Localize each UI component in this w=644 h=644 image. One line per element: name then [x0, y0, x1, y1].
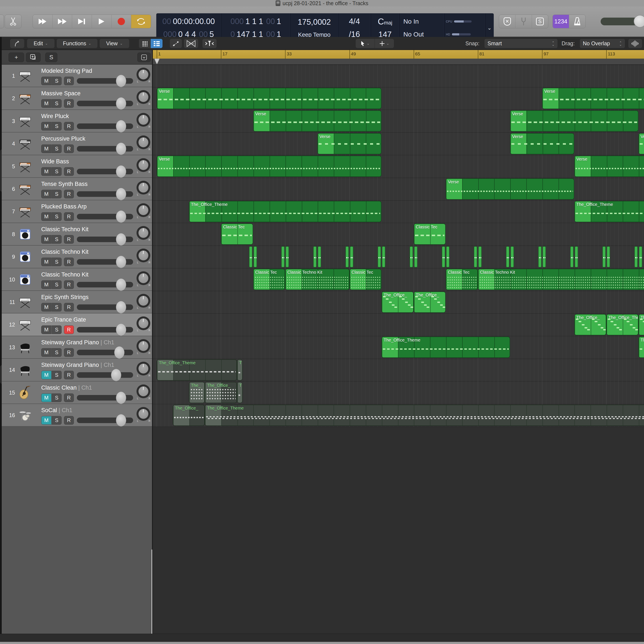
- cycle-button[interactable]: [131, 15, 151, 28]
- solo-button[interactable]: S: [52, 371, 62, 379]
- volume-thumb[interactable]: [116, 278, 126, 291]
- drum-hit-region[interactable]: [286, 246, 289, 267]
- track-lane-14[interactable]: The_Office_ThemeT: [153, 359, 644, 381]
- track-header-11[interactable]: 11Epic Synth StringsMSRLR: [2, 291, 153, 313]
- track-lane-10[interactable]: Classic TecClassic Techno KitClassic Tec…: [153, 268, 644, 291]
- record-enable-button[interactable]: R: [64, 371, 74, 379]
- mute-button[interactable]: M: [41, 303, 52, 311]
- track-lane-9[interactable]: [153, 246, 644, 268]
- pan-knob[interactable]: [137, 339, 150, 353]
- drag-select[interactable]: No Overlap ⌃⌄: [580, 39, 625, 48]
- volume-thumb[interactable]: [116, 97, 126, 110]
- solo-tracks-button[interactable]: S: [45, 53, 57, 62]
- fast-forward-button[interactable]: [53, 15, 72, 28]
- drum-hit-region[interactable]: [378, 246, 381, 267]
- volume-thumb[interactable]: [116, 188, 126, 200]
- drum-hit-region[interactable]: [313, 246, 317, 267]
- record-enable-button[interactable]: R: [64, 190, 74, 198]
- record-enable-button[interactable]: R: [64, 416, 74, 425]
- solo-button[interactable]: S: [52, 235, 62, 244]
- pan-knob[interactable]: [137, 113, 150, 127]
- solo-button[interactable]: S: [52, 190, 62, 198]
- duplicate-track-button[interactable]: [26, 53, 41, 62]
- mute-button[interactable]: M: [41, 122, 52, 131]
- scissors-button[interactable]: [5, 15, 21, 28]
- pan-knob[interactable]: [137, 249, 150, 262]
- drum-hit-region[interactable]: [446, 246, 450, 267]
- list-view-button[interactable]: [151, 39, 163, 48]
- record-enable-button[interactable]: R: [64, 99, 74, 108]
- drum-hit-region[interactable]: [474, 246, 477, 267]
- region-The_Office_[interactable]: The_Office_: [638, 314, 644, 335]
- volume-thumb[interactable]: [116, 233, 126, 246]
- pan-knob[interactable]: [137, 316, 150, 330]
- volume-thumb[interactable]: [116, 165, 126, 178]
- record-enable-button[interactable]: R: [64, 303, 74, 311]
- region-The_Office_[interactable]: The_Office_: [205, 382, 237, 403]
- drum-hit-region[interactable]: [542, 246, 546, 267]
- left-edge-button[interactable]: [0, 15, 4, 28]
- track-lane-5[interactable]: VerseVerse: [153, 155, 644, 178]
- track-lane-12[interactable]: The_Office_The_Office_ThemeThe_Office_: [153, 313, 644, 336]
- track-header-2[interactable]: 2Massive SpaceMSRLR: [2, 87, 153, 110]
- master-volume-thumb[interactable]: [634, 15, 644, 27]
- solo-button[interactable]: S: [52, 77, 62, 85]
- pan-knob[interactable]: [137, 203, 150, 217]
- region-Verse[interactable]: Verse: [317, 133, 381, 154]
- volume-thumb[interactable]: [116, 120, 126, 132]
- region-The_Office_[interactable]: The_Office_: [574, 314, 606, 335]
- mute-button[interactable]: M: [41, 393, 52, 402]
- region-The_[interactable]: The_: [189, 382, 205, 403]
- drum-hit-region[interactable]: [510, 246, 514, 267]
- record-enable-button[interactable]: R: [64, 280, 74, 289]
- solo-button[interactable]: S: [52, 393, 62, 402]
- empty-arrange-area[interactable]: [153, 427, 644, 634]
- catch-playhead-button[interactable]: [202, 39, 217, 48]
- region-Classic Tec[interactable]: Classic Tec: [414, 223, 446, 245]
- track-header-10[interactable]: 10Classic Techno KitMSRLR: [2, 268, 153, 291]
- track-header-7[interactable]: 7Plucked Bass ArpMSRLR: [2, 200, 153, 223]
- record-enable-button[interactable]: R: [64, 212, 74, 221]
- volume-thumb[interactable]: [116, 75, 126, 87]
- mute-button[interactable]: M: [41, 99, 52, 108]
- mute-button[interactable]: M: [41, 167, 52, 176]
- pan-knob[interactable]: [137, 226, 150, 240]
- solo-button[interactable]: S: [52, 416, 62, 425]
- pan-knob[interactable]: [137, 90, 150, 104]
- drum-hit-region[interactable]: [345, 246, 349, 267]
- region-T[interactable]: T: [237, 359, 243, 381]
- drum-hit-region[interactable]: [249, 246, 252, 267]
- region-The_Office_[interactable]: The_Office_: [414, 292, 446, 313]
- drum-hit-region[interactable]: [634, 246, 638, 267]
- region-Classic Tec[interactable]: Classic Tec: [253, 269, 285, 290]
- region-Classic Tec[interactable]: Classic Tec: [446, 269, 478, 290]
- region-The_Office_Theme[interactable]: The_Office_Theme: [157, 359, 237, 381]
- track-header-6[interactable]: 6Tense Synth BassMSRLR: [2, 178, 153, 200]
- volume-thumb[interactable]: [116, 143, 126, 155]
- pan-knob[interactable]: [137, 68, 150, 81]
- panel-divider[interactable]: [152, 50, 153, 634]
- track-lane-8[interactable]: Classic TecClassic Tec: [153, 223, 644, 246]
- pointer-tool-menu[interactable]: ⌄: [356, 39, 375, 48]
- solo-button[interactable]: S: [52, 144, 62, 153]
- track-header-14[interactable]: 14Steinway Grand Piano | Ch1MSRLR: [2, 359, 153, 381]
- pan-knob[interactable]: [137, 384, 150, 398]
- drum-hit-region[interactable]: [350, 246, 353, 267]
- track-lane-11[interactable]: The_Office_The_Office_: [153, 291, 644, 313]
- mute-button[interactable]: M: [41, 258, 52, 266]
- region-Verse[interactable]: Verse: [157, 156, 381, 177]
- volume-thumb[interactable]: [116, 301, 126, 313]
- go-to-end-button[interactable]: [72, 15, 92, 28]
- add-track-button[interactable]: +: [9, 53, 24, 62]
- mute-button[interactable]: M: [41, 348, 52, 357]
- record-enable-button[interactable]: R: [64, 235, 74, 244]
- record-enable-button[interactable]: R: [64, 122, 74, 131]
- pan-knob[interactable]: [137, 271, 150, 285]
- track-header-1[interactable]: 1Modeled String PadMSRLR: [2, 65, 153, 87]
- play-button[interactable]: [92, 15, 112, 28]
- track-header-8[interactable]: 8Classic Techno KitMSRLR: [2, 223, 153, 246]
- edit-menu[interactable]: Edit⌄: [27, 39, 55, 48]
- region-Classic Techno Kit[interactable]: Classic Techno Kit: [478, 269, 644, 290]
- pan-knob[interactable]: [137, 181, 150, 194]
- volume-thumb[interactable]: [114, 346, 125, 359]
